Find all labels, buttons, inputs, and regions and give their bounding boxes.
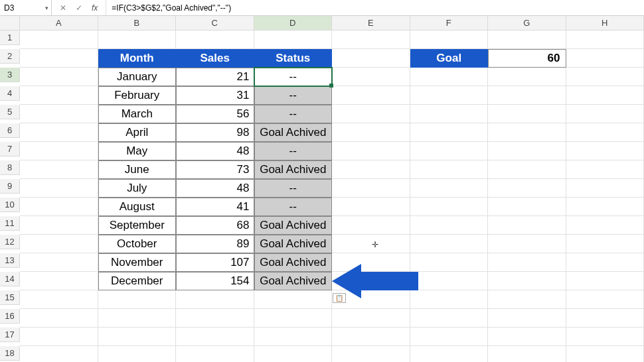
cell-E4[interactable] xyxy=(332,86,410,105)
cell-D15[interactable] xyxy=(254,290,333,309)
cell-E5[interactable] xyxy=(332,105,410,123)
cell-G9[interactable] xyxy=(488,179,566,198)
cell-G14[interactable] xyxy=(488,272,566,290)
cell-G10[interactable] xyxy=(488,198,566,216)
cell-C15[interactable] xyxy=(176,290,254,309)
cell-G6[interactable] xyxy=(488,123,566,142)
cell-A10[interactable] xyxy=(20,198,98,216)
cell-H14[interactable] xyxy=(566,272,645,290)
cell-A18[interactable] xyxy=(20,346,98,362)
cell-G17[interactable] xyxy=(488,328,566,346)
cell-B13[interactable]: November xyxy=(98,253,177,272)
row-header-16[interactable]: 16 xyxy=(0,309,20,324)
cell-D18[interactable] xyxy=(254,346,333,362)
cell-G15[interactable] xyxy=(488,290,566,309)
row-header-18[interactable]: 18 xyxy=(0,346,20,361)
col-header-H[interactable]: H xyxy=(566,16,645,30)
cell-H12[interactable] xyxy=(566,235,645,253)
cell-H6[interactable] xyxy=(566,123,645,142)
cell-E9[interactable] xyxy=(332,179,410,198)
cell-G16[interactable] xyxy=(488,309,566,328)
col-header-F[interactable]: F xyxy=(410,16,489,30)
row-header-4[interactable]: 4 xyxy=(0,86,20,101)
cell-A5[interactable] xyxy=(20,105,98,123)
cell-G5[interactable] xyxy=(488,105,566,123)
cell-C4[interactable]: 31 xyxy=(176,86,254,105)
cell-H7[interactable] xyxy=(566,142,645,160)
cell-E3[interactable] xyxy=(332,68,410,86)
fx-icon[interactable]: fx xyxy=(92,3,98,13)
cell-A7[interactable] xyxy=(20,142,98,160)
cell-C11[interactable]: 68 xyxy=(176,216,254,235)
cell-G12[interactable] xyxy=(488,235,566,253)
cell-B4[interactable]: February xyxy=(98,86,177,105)
cell-H1[interactable] xyxy=(566,30,645,49)
cell-F13[interactable] xyxy=(410,253,489,272)
fill-handle[interactable] xyxy=(329,84,333,88)
cell-C1[interactable] xyxy=(176,30,254,49)
cell-F16[interactable] xyxy=(410,309,489,328)
row-header-14[interactable]: 14 xyxy=(0,272,20,286)
cell-A11[interactable] xyxy=(20,216,98,235)
cell-B6[interactable]: April xyxy=(98,123,177,142)
cell-C3[interactable]: 21 xyxy=(176,68,254,86)
cell-A13[interactable] xyxy=(20,253,98,272)
cell-F18[interactable] xyxy=(410,346,489,362)
cell-C18[interactable] xyxy=(176,346,254,362)
cell-D17[interactable] xyxy=(254,328,333,346)
cell-E6[interactable] xyxy=(332,123,410,142)
cell-F7[interactable] xyxy=(410,142,489,160)
cell-E16[interactable] xyxy=(332,309,410,328)
cell-A14[interactable] xyxy=(20,272,98,290)
cell-G13[interactable] xyxy=(488,253,566,272)
cell-B7[interactable]: May xyxy=(98,142,177,160)
cell-C12[interactable]: 89 xyxy=(176,235,254,253)
cell-B16[interactable] xyxy=(98,309,177,328)
cell-D16[interactable] xyxy=(254,309,333,328)
cell-D12[interactable]: Goal Achived xyxy=(254,235,333,253)
row-header-13[interactable]: 13 xyxy=(0,253,20,268)
cell-C14[interactable]: 154 xyxy=(176,272,254,290)
col-header-C[interactable]: C xyxy=(176,16,254,30)
cell-C7[interactable]: 48 xyxy=(176,142,254,160)
cancel-icon[interactable]: ✕ xyxy=(60,3,66,13)
cell-H3[interactable] xyxy=(566,68,645,86)
cell-E8[interactable] xyxy=(332,160,410,179)
spreadsheet-grid[interactable]: ABCDEFGH12MonthSalesStatusGoal603January… xyxy=(0,16,644,362)
row-header-10[interactable]: 10 xyxy=(0,198,20,212)
col-header-E[interactable]: E xyxy=(332,16,410,30)
cell-B8[interactable]: June xyxy=(98,160,177,179)
cell-H13[interactable] xyxy=(566,253,645,272)
cell-F8[interactable] xyxy=(410,160,489,179)
cell-C2[interactable]: Sales xyxy=(176,49,254,68)
cell-B12[interactable]: October xyxy=(98,235,177,253)
cell-E7[interactable] xyxy=(332,142,410,160)
cell-E14[interactable] xyxy=(332,272,410,290)
cell-F1[interactable] xyxy=(410,30,489,49)
cell-D6[interactable]: Goal Achived xyxy=(254,123,333,142)
cell-A17[interactable] xyxy=(20,328,98,346)
cell-D9[interactable]: -- xyxy=(254,179,333,198)
cell-A4[interactable] xyxy=(20,86,98,105)
cell-D7[interactable]: -- xyxy=(254,142,333,160)
cell-E2[interactable] xyxy=(332,49,410,68)
cell-A12[interactable] xyxy=(20,235,98,253)
cell-G4[interactable] xyxy=(488,86,566,105)
cell-F2[interactable]: Goal xyxy=(410,49,489,68)
cell-F6[interactable] xyxy=(410,123,489,142)
cell-D5[interactable]: -- xyxy=(254,105,333,123)
row-header-11[interactable]: 11 xyxy=(0,216,20,231)
cell-H4[interactable] xyxy=(566,86,645,105)
cell-H11[interactable] xyxy=(566,216,645,235)
cell-E12[interactable]: ✛ xyxy=(332,235,410,253)
cell-D3[interactable]: -- xyxy=(254,68,333,86)
col-header-A[interactable]: A xyxy=(20,16,98,30)
cell-A15[interactable] xyxy=(20,290,98,309)
cell-F15[interactable] xyxy=(410,290,489,309)
cell-C13[interactable]: 107 xyxy=(176,253,254,272)
cell-F10[interactable] xyxy=(410,198,489,216)
cell-B2[interactable]: Month xyxy=(98,49,177,68)
cell-G8[interactable] xyxy=(488,160,566,179)
cell-B10[interactable]: August xyxy=(98,198,177,216)
cell-H2[interactable] xyxy=(566,49,645,68)
